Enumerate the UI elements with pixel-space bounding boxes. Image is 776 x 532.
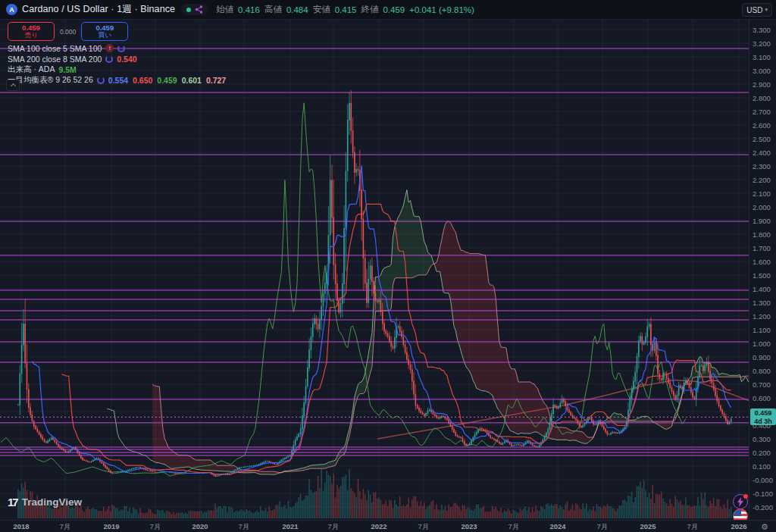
- us-flag-icon: [734, 509, 741, 516]
- symbol-title[interactable]: Cardano / US Dollar · 1週 · Binance: [22, 3, 175, 16]
- price-chart-canvas[interactable]: [0, 20, 749, 520]
- legend-sma200[interactable]: SMA 200 close 8 SMA 200 0.540: [8, 54, 230, 64]
- price-tick: 3.000: [753, 67, 771, 75]
- price-tick: 2.500: [753, 135, 771, 143]
- grid-horizontal: [0, 30, 749, 507]
- notification-dot: [743, 494, 748, 499]
- close-label: 終値: [361, 4, 378, 15]
- volume-title: 出来高 · ADA: [8, 64, 55, 75]
- price-tick: 2.900: [753, 80, 771, 89]
- price-tick: 0.800: [753, 367, 771, 375]
- price-axis[interactable]: 0.459 4d 3h 3.3003.2003.1003.0002.9002.8…: [749, 20, 776, 520]
- ichimoku-title: 一目均衡表® 9 26 52 26: [8, 75, 93, 86]
- open-value: 0.416: [238, 5, 260, 14]
- time-axis-label: 7月: [687, 522, 699, 532]
- top-toolbar: A Cardano / US Dollar · 1週 · Binance 始値 …: [0, 0, 776, 20]
- currency-label: USD: [746, 6, 762, 14]
- senkou-span-a-line: [107, 190, 748, 475]
- chart-stage: 0.459 売り 0.000 0.459 買い SMA 100 close 5 …: [0, 20, 776, 532]
- low-label: 安値: [313, 4, 330, 15]
- collapse-legends-button[interactable]: [6, 80, 20, 91]
- price-tick: 1.200: [753, 312, 771, 321]
- ichimoku-value: 0.727: [206, 76, 226, 85]
- price-tick: 1.800: [753, 230, 771, 239]
- time-axis-label: 2025: [640, 522, 656, 530]
- tradingview-wordmark: TradingView: [22, 496, 82, 508]
- bar-countdown: 4d 3h: [750, 418, 776, 426]
- price-tick: 1.700: [753, 244, 771, 252]
- low-value: 0.415: [335, 5, 357, 14]
- tradingview-logo[interactable]: 17 TradingView: [8, 496, 82, 509]
- cardano-logo-icon: A: [6, 4, 17, 15]
- price-tick: 2.600: [753, 121, 771, 130]
- price-tick: 1.100: [753, 326, 771, 334]
- buy-label: 買い: [99, 32, 111, 39]
- chevron-down-icon: ▾: [765, 7, 768, 13]
- price-tick: 2.700: [753, 108, 771, 116]
- sma200-title: SMA 200 close 8 SMA 200: [8, 55, 102, 64]
- price-tick: 2.000: [753, 203, 771, 211]
- ichimoku-values: 0.5540.6500.4590.6010.727: [108, 76, 230, 85]
- price-tick: 0.600: [753, 394, 771, 402]
- sma100-title: SMA 100 close 5 SMA 100: [8, 44, 102, 53]
- time-axis-label: 7月: [150, 522, 161, 532]
- sell-button[interactable]: 0.459 売り: [8, 22, 55, 41]
- price-tick: 1.600: [753, 258, 771, 266]
- ichimoku-value: 0.650: [133, 76, 152, 85]
- legend-sma100[interactable]: SMA 100 close 5 SMA 100 !: [8, 43, 230, 53]
- open-label: 始値: [216, 4, 233, 15]
- ohlc-readout: 始値 0.416 高値 0.484 安値 0.415 終値 0.459 +0.0…: [216, 4, 474, 15]
- currency-dropdown[interactable]: USD ▾: [742, 3, 772, 17]
- price-tick: 3.200: [753, 39, 771, 48]
- sma200-value: 0.540: [117, 55, 136, 64]
- time-axis-label: 7月: [418, 522, 430, 532]
- price-tick: -0.200: [753, 503, 773, 512]
- time-axis-label: 7月: [508, 522, 520, 532]
- high-value: 0.484: [286, 5, 308, 14]
- time-axis-label: 2023: [461, 522, 477, 530]
- tradingview-chart-window: A Cardano / US Dollar · 1週 · Binance 始値 …: [0, 0, 776, 532]
- price-tick: -0.000: [753, 476, 773, 484]
- time-axis-label: 2020: [192, 522, 208, 530]
- price-tick: 2.100: [753, 189, 771, 198]
- legend-volume[interactable]: 出来高 · ADA 9.5M: [8, 64, 230, 74]
- ichimoku-value: 0.459: [157, 76, 177, 85]
- time-axis-label: 2022: [371, 522, 386, 530]
- boost-button[interactable]: [733, 494, 748, 509]
- ichimoku-cloud: [742, 365, 749, 399]
- time-axis-label: 2026: [731, 522, 746, 530]
- price-tick: 1.000: [753, 340, 771, 348]
- loading-icon: [97, 77, 105, 84]
- volume-bars-down: [25, 474, 728, 518]
- price-tick: 3.100: [753, 53, 771, 61]
- price-tick: 0.300: [753, 435, 771, 443]
- market-status-pill: [181, 4, 208, 15]
- high-label: 高値: [264, 4, 282, 15]
- lightning-icon: [737, 497, 744, 507]
- ichimoku-value: 0.554: [108, 76, 128, 85]
- trade-widget: 0.459 売り 0.000 0.459 買い: [8, 22, 128, 41]
- market-open-dot-icon: [186, 8, 191, 12]
- loading-icon: [105, 55, 113, 63]
- error-icon[interactable]: !: [105, 44, 114, 52]
- price-tick: 2.800: [753, 94, 771, 102]
- price-tick: 3.300: [753, 26, 771, 34]
- ichimoku-value: 0.601: [182, 76, 202, 85]
- grid-vertical: [21, 20, 739, 520]
- time-axis-label: 2018: [13, 522, 29, 530]
- legend-ichimoku[interactable]: 一目均衡表® 9 26 52 26 0.5540.6500.4590.6010.…: [8, 75, 230, 85]
- volume-value: 9.5M: [58, 65, 76, 74]
- axis-settings-gear-icon[interactable]: ⚙: [760, 522, 769, 531]
- time-axis-label: 7月: [239, 522, 250, 532]
- price-tick: 0.900: [753, 353, 771, 361]
- current-price-label: 0.459 4d 3h: [750, 408, 776, 425]
- time-axis[interactable]: ⚙ 20187月20197月20207月20217月20227月20237月20…: [0, 520, 776, 532]
- loading-icon: [117, 45, 125, 52]
- current-price: 0.459: [750, 409, 776, 418]
- change-value: +0.041 (+9.81%): [409, 5, 474, 14]
- buy-button[interactable]: 0.459 買い: [81, 22, 128, 41]
- price-tick: 2.300: [753, 162, 771, 171]
- share-icon[interactable]: [195, 5, 203, 14]
- price-tick: 0.200: [753, 449, 771, 457]
- sell-label: 売り: [24, 32, 37, 39]
